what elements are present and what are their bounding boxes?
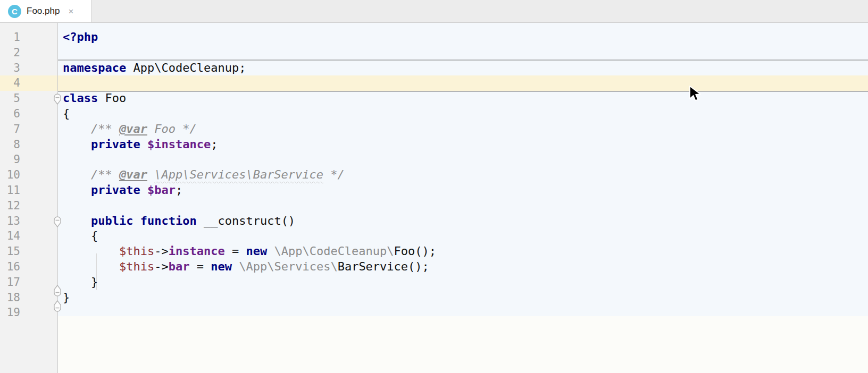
line-number-column[interactable]: 12345678910111213141516171819 [0,30,20,320]
code-token: $instance [147,138,211,151]
code-token: class [63,91,98,105]
code-token [63,214,91,227]
line-number[interactable]: 12 [0,198,20,214]
code-line-11[interactable]: private $bar; [63,183,868,198]
code-token [63,260,119,273]
tab-close-icon[interactable]: × [68,7,73,16]
line-number[interactable]: 8 [0,137,20,152]
code-token: Foo [98,91,126,105]
code-line-3[interactable]: namespace App\CodeCleanup; [63,61,868,76]
tab-foo-php[interactable]: C Foo.php × [0,0,91,22]
code-token: Foo */ [147,122,197,135]
code-line-8[interactable]: private $instance; [63,137,868,152]
line-number[interactable]: 15 [0,244,20,259]
code-token: @var [119,122,147,135]
code-line-9[interactable] [63,152,868,167]
fold-end-icon[interactable] [52,299,63,313]
line-number[interactable]: 4 [0,75,20,91]
code-token: -> [154,244,169,258]
code-token: } [63,291,70,304]
code-token [63,244,119,258]
code-line-6[interactable]: { [63,106,868,122]
line-number[interactable]: 14 [0,228,20,244]
code-line-12[interactable] [63,198,868,214]
mouse-cursor-icon [688,85,702,104]
code-line-7[interactable]: /** @var Foo */ [63,122,868,137]
code-line-14[interactable]: { [63,228,868,244]
code-token: public [91,214,133,227]
code-line-1[interactable]: <?php [63,30,868,45]
code-token [140,183,147,197]
code-token: /** [91,122,119,135]
code-token: ; [176,183,182,197]
code-token: \App\Services\BarService [154,168,323,181]
code-token [63,138,91,151]
editor-tab-bar: C Foo.php × [0,0,868,23]
code-token: __construct() [197,214,295,227]
line-number[interactable]: 13 [0,214,20,229]
line-number[interactable]: 7 [0,122,20,137]
code-token [140,138,147,151]
line-number[interactable]: 19 [0,305,20,320]
line-number[interactable]: 1 [0,30,20,45]
code-token: = [225,244,246,258]
tab-label: Foo.php [27,6,60,16]
code-token [232,260,239,273]
code-token: $this [119,260,154,273]
code-token: Foo(); [394,244,436,258]
ide-window: C Foo.php × 1234567891011121314151617181… [0,0,868,373]
code-token [147,168,154,181]
line-number[interactable]: 3 [0,61,20,76]
line-number[interactable]: 17 [0,275,20,290]
code-token: */ [323,168,345,181]
fold-start-icon[interactable] [52,92,63,106]
line-number[interactable]: 5 [0,91,20,106]
code-token: private [91,138,140,151]
code-editor[interactable]: 12345678910111213141516171819 <?php name… [0,23,868,373]
code-token: \App\Services\ [239,260,337,273]
line-number[interactable]: 18 [0,290,20,306]
code-token: -> [154,260,169,273]
line-number[interactable]: 11 [0,183,20,198]
code-token [63,183,91,197]
code-token: } [63,275,98,289]
line-number[interactable]: 2 [0,45,20,61]
code-line-17[interactable]: } [63,275,868,290]
php-class-icon: C [8,5,21,18]
line-number[interactable]: 10 [0,167,20,183]
code-token: ; [211,138,218,151]
code-token: @var [119,168,147,181]
line-number[interactable]: 16 [0,259,20,275]
code-token: $this [119,244,154,258]
code-token [133,214,140,227]
code-line-13[interactable]: public function __construct() [63,214,868,229]
code-token: \App\CodeCleanup\ [274,244,394,258]
code-text-area[interactable]: <?php namespace App\CodeCleanup; class F… [63,30,868,320]
code-token: bar [169,260,190,273]
code-token: BarService(); [338,260,429,273]
code-token: instance [169,244,225,258]
gutter-separator-line [57,23,58,373]
code-token: { [63,229,98,242]
code-token: App\CodeCleanup; [126,61,246,74]
code-token [267,244,274,258]
code-token: new [211,260,232,273]
code-line-10[interactable]: /** @var \App\Services\BarService */ [63,167,868,183]
code-token: private [91,183,140,197]
code-line-16[interactable]: $this->bar = new \App\Services\BarServic… [63,259,868,275]
code-line-2[interactable] [63,45,868,61]
code-line-15[interactable]: $this->instance = new \App\CodeCleanup\F… [63,244,868,259]
code-token: $bar [147,183,176,197]
line-number[interactable]: 6 [0,106,20,122]
code-line-19[interactable] [63,305,868,320]
line-number[interactable]: 9 [0,152,20,167]
code-token: function [140,214,197,227]
code-token: { [63,107,70,120]
code-line-18[interactable]: } [63,290,868,306]
code-token: namespace [63,61,126,74]
code-line-5[interactable]: class Foo [63,91,868,106]
code-line-4[interactable] [63,75,868,91]
fold-end-icon[interactable] [52,284,63,298]
code-token [63,168,91,181]
fold-start-icon[interactable] [52,215,63,229]
